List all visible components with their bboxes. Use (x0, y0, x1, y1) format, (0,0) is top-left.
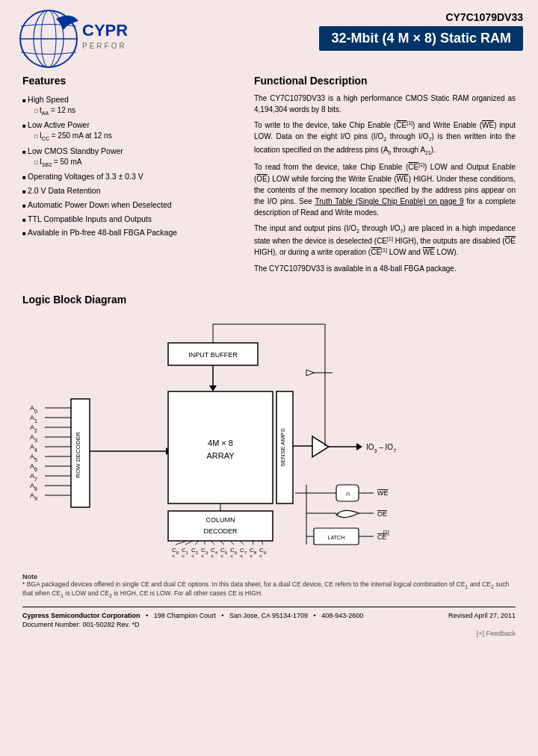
svg-text:A4: A4 (30, 443, 37, 453)
svg-text:A3: A3 (30, 433, 37, 443)
feature-item-2: Low Active Power ICC = 250 mA at 12 ns (22, 118, 239, 143)
svg-text:<: < (211, 554, 214, 559)
func-desc-title: Functional Description (254, 75, 516, 87)
feature-item-5: 2.0 V Data Retention (22, 184, 239, 198)
feature-sub-3: ISB2 = 50 mA (22, 157, 239, 169)
svg-text:A9: A9 (30, 492, 37, 501)
main-content: Features High Speed tAA = 12 ns Low Acti… (0, 67, 538, 286)
svg-rect-34 (168, 391, 273, 504)
func-desc-p1: The CY7C1079DV33 is a high performance C… (254, 93, 516, 115)
diagram-title: Logic Block Diagram (22, 294, 516, 306)
footer-left: Cypress Semiconductor Corporation • 198 … (22, 612, 363, 628)
cypress-logo: CYPRESS PERFORM (15, 7, 112, 67)
feature-item-8: Available in Pb-free 48-ball FBGA Packag… (22, 226, 239, 240)
svg-text:A8: A8 (30, 482, 37, 492)
svg-text:A2: A2 (30, 424, 37, 433)
svg-text:<: < (250, 554, 253, 559)
svg-text:ARRAY: ARRAY (206, 451, 235, 460)
svg-marker-98 (306, 370, 314, 376)
func-desc-p4: The input and output pins (I/O2 through … (254, 223, 516, 258)
svg-text:A5: A5 (30, 453, 37, 462)
svg-marker-31 (209, 385, 217, 391)
footer-right: Revised April 27, 2011 (448, 612, 516, 628)
svg-text:COLUMN: COLUMN (205, 516, 235, 524)
svg-text:SENSE AMPS: SENSE AMPS (279, 428, 286, 467)
svg-text:LATCH: LATCH (328, 535, 344, 540)
features-list: High Speed tAA = 12 ns Low Active Power … (22, 93, 239, 240)
feature-sub-2: ICC = 250 mA at 12 ns (22, 131, 239, 143)
feature-item-3: Low CMOS Standby Power ISB2 = 50 mA (22, 144, 239, 170)
svg-text:<: < (240, 554, 243, 559)
part-number: CY7C1079DV33 (319, 11, 523, 23)
svg-marker-42 (356, 443, 362, 450)
part-title: 32-Mbit (4 M × 8) Static RAM (319, 26, 523, 51)
footer-note: Note * BGA packaged devices offered in s… (0, 567, 538, 604)
svg-text:<: < (172, 554, 175, 559)
svg-text:A6: A6 (30, 462, 37, 472)
svg-text:<: < (220, 554, 223, 559)
footer-feedback[interactable]: [+] Feedback (0, 628, 538, 640)
logo-area: CYPRESS PERFORM (15, 7, 112, 67)
svg-text:<: < (259, 554, 262, 559)
svg-marker-40 (312, 436, 329, 457)
features-section: Features High Speed tAA = 12 ns Low Acti… (22, 75, 239, 279)
note-text: * BGA packaged devices offered in single… (22, 580, 509, 597)
svg-text:A7: A7 (30, 472, 37, 482)
svg-text:A0: A0 (30, 404, 37, 414)
feature-item-4: Operating Voltages of 3.3 ± 0.3 V (22, 170, 239, 184)
feature-item-6: Automatic Power Down when Deselected (22, 198, 239, 212)
svg-text:PERFORM: PERFORM (82, 42, 127, 50)
svg-text:<: < (191, 554, 194, 559)
svg-text:<: < (201, 554, 204, 559)
svg-text:[1]: [1] (383, 530, 389, 536)
svg-text:OE: OE (377, 510, 387, 518)
logic-block-diagram-svg: A0 A1 A2 A3 A4 A5 A6 A7 A8 A9 ROW DECODE… (22, 313, 516, 560)
func-desc-p5: The CY7C1079DV33 is available in a 48-ba… (254, 263, 516, 274)
svg-text:<: < (230, 554, 233, 559)
svg-text:4M × 8: 4M × 8 (208, 439, 233, 447)
company-name: Cypress Semiconductor Corporation • 198 … (22, 612, 363, 619)
feature-item-1: High Speed tAA = 12 ns (22, 93, 239, 118)
svg-text:⊓: ⊓ (346, 492, 350, 497)
func-desc-p2: To write to the device, take Chip Enable… (254, 120, 516, 157)
feature-sub-1: tAA = 12 ns (22, 105, 239, 117)
note-title: Note (22, 573, 37, 580)
svg-text:A1: A1 (30, 414, 37, 424)
diagram-section: Logic Block Diagram A0 A1 A2 A3 A4 A5 A6… (0, 294, 538, 560)
svg-text:CYPRESS: CYPRESS (82, 21, 127, 40)
svg-text:WE: WE (377, 489, 389, 497)
feature-item-7: TTL Compatible Inputs and Outputs (22, 212, 239, 226)
doc-number: Document Number: 001-50282 Rev. *D (22, 621, 363, 628)
page-header: CYPRESS PERFORM CY7C1079DV33 32-Mbit (4 … (0, 0, 538, 67)
functional-description-section: Functional Description The CY7C1079DV33 … (254, 75, 516, 279)
svg-text:IO3 – IO7: IO3 – IO7 (366, 443, 396, 453)
svg-text:<: < (182, 554, 185, 559)
title-area: CY7C1079DV33 32-Mbit (4 M × 8) Static RA… (319, 7, 523, 51)
features-title: Features (22, 75, 239, 87)
footer-bar: Cypress Semiconductor Corporation • 198 … (22, 607, 516, 628)
svg-text:ROW DECODER: ROW DECODER (75, 432, 81, 478)
svg-rect-44 (168, 511, 273, 541)
diagram-container: A0 A1 A2 A3 A4 A5 A6 A7 A8 A9 ROW DECODE… (22, 313, 516, 560)
svg-text:INPUT BUFFER: INPUT BUFFER (188, 351, 238, 359)
revised-date: Revised April 27, 2011 (448, 612, 516, 619)
func-desc-p3: To read from the device, take Chip Enabl… (254, 161, 516, 217)
svg-text:DECODER: DECODER (203, 527, 238, 535)
